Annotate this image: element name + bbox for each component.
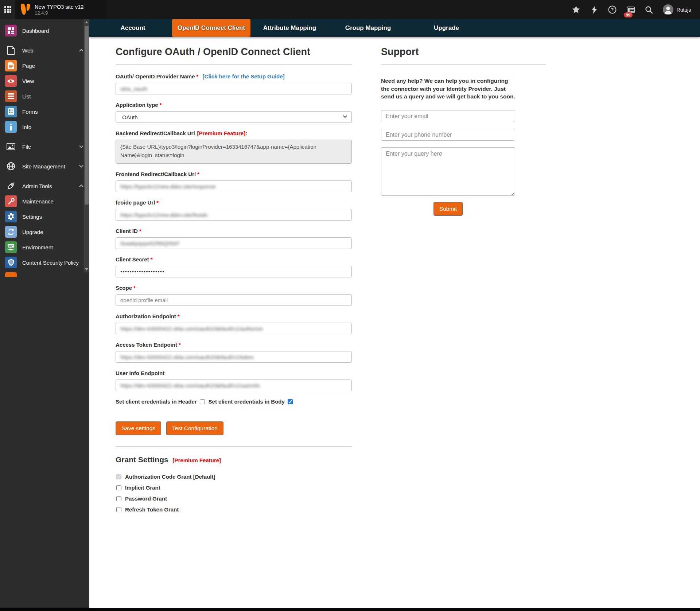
chevron-down-icon (79, 165, 83, 168)
authorization-endpoint-label: Authorization Endpoint* (116, 313, 352, 319)
search-button[interactable] (645, 5, 653, 14)
user-info-endpoint-label: User Info Endpoint (116, 370, 352, 376)
sidebar-scrollbar[interactable] (84, 19, 89, 272)
access-token-endpoint-input[interactable]: https://dev-63000422.okta.com/oauth2/def… (116, 351, 352, 363)
setup-guide-link[interactable]: [Click here for the Setup Guide] (203, 73, 285, 79)
application-type-select[interactable]: OAuth (116, 111, 352, 123)
opendocs-icon (627, 7, 635, 13)
chevron-up-icon (79, 184, 83, 187)
avatar-icon (663, 4, 673, 15)
clear-cache-button[interactable] (590, 5, 599, 14)
feoidc-url-input[interactable]: https://typo3v12new.ddev.site/feoidc (116, 209, 352, 221)
user-info-endpoint-input[interactable]: https://dev-63000422.okta.com/oauth2/def… (116, 380, 352, 391)
sidebar-item-label: Maintenance (22, 198, 54, 205)
sidebar-item-environment[interactable]: Environment (0, 240, 89, 255)
sidebar-group-web[interactable]: Web (0, 43, 89, 58)
bolt-icon (592, 6, 597, 14)
sidebar-item-label: Page (22, 63, 35, 69)
sidebar-item-list[interactable]: List (0, 89, 89, 104)
sidebar-group-site-management[interactable]: Site Management (0, 159, 89, 174)
form-buttons: Save settings Test Configuration (116, 421, 352, 435)
divider (116, 64, 352, 65)
support-phone-input[interactable] (381, 129, 515, 141)
sidebar-group-file[interactable]: File (0, 139, 89, 154)
authorization-endpoint-input[interactable]: https://dev-63000422.okta.com/oauth2/def… (116, 323, 352, 334)
sidebar-item-content-security-policy[interactable]: Content Security Policy (0, 255, 89, 270)
user-menu[interactable]: Rutuja (663, 4, 691, 15)
password-grant-checkbox[interactable] (116, 496, 121, 501)
field-provider-name: OAuth/ OpenID Provider Name* [Click here… (116, 73, 352, 94)
sidebar-item-label: Settings (22, 214, 42, 220)
grant-option-password: Password Grant (116, 495, 352, 502)
help-button[interactable]: ? (608, 5, 617, 14)
frontend-redirect-label: Frontend Redirect/Callback Url* (116, 171, 352, 177)
sidebar-item-settings[interactable]: Settings (0, 209, 89, 224)
svg-text:?: ? (611, 7, 614, 12)
tab-openid-connect-client[interactable]: OpenID Connect Client (172, 19, 250, 37)
sidebar-item-label: Dashboard (22, 28, 49, 34)
sidebar-item-page[interactable]: Page (0, 58, 89, 73)
support-submit-button[interactable]: Submit (433, 202, 463, 216)
chevron-down-icon (343, 115, 347, 118)
cred-header-checkbox[interactable] (200, 399, 205, 404)
chevron-down-icon (79, 145, 83, 148)
content-area: Account OpenID Connect Client Attribute … (89, 19, 700, 611)
support-email-input[interactable] (381, 110, 515, 122)
grant-option-authorization-code: Authorization Code Grant [Default] (116, 474, 352, 480)
globe-icon (5, 160, 17, 172)
field-frontend-redirect: Frontend Redirect/Callback Url* https://… (116, 171, 352, 192)
sidebar-item-view[interactable]: View (0, 73, 89, 89)
frontend-redirect-input[interactable]: https://typo3v12new.ddev.site/response (116, 180, 352, 192)
plugin-navbar: Account OpenID Connect Client Attribute … (89, 19, 700, 37)
authorization-code-grant-checkbox[interactable] (116, 474, 121, 479)
opendocs-button[interactable]: 99 (626, 5, 635, 14)
divider (116, 446, 352, 447)
sidebar-item-label: View (22, 78, 34, 84)
support-title: Support (381, 46, 546, 58)
refresh-icon (5, 226, 17, 238)
forms-icon (5, 106, 17, 117)
sidebar-item-info[interactable]: Info (0, 119, 89, 135)
field-scope: Scope* openid profile email (116, 285, 352, 306)
support-query-textarea[interactable] (381, 147, 515, 196)
tab-group-mapping[interactable]: Group Mapping (329, 19, 407, 37)
sidebar-group-label: Web (22, 47, 34, 54)
refresh-token-grant-checkbox[interactable] (116, 507, 121, 512)
sidebar-item-partial[interactable] (5, 272, 17, 277)
sidebar-item-dashboard[interactable]: Dashboard (0, 23, 89, 38)
provider-name-input[interactable]: okta_oauth (116, 83, 352, 94)
page-title: Configure OAuth / OpenID Connect Client (116, 46, 352, 58)
save-settings-button[interactable]: Save settings (116, 421, 161, 435)
page-icon (5, 60, 17, 71)
typo3-logo (20, 4, 35, 16)
chevron-up-icon (79, 49, 83, 52)
client-secret-input[interactable]: ••••••••••••••••••• (116, 266, 352, 277)
scrollbar-thumb[interactable] (85, 26, 89, 205)
scroll-down-arrow[interactable] (84, 266, 89, 272)
scroll-up-arrow[interactable] (84, 19, 89, 25)
tab-account[interactable]: Account (94, 19, 172, 37)
site-title: New TYPO3 site v12 (35, 4, 83, 10)
client-id-input[interactable]: 0oaakpqzpo52RbQ05d7 (116, 237, 352, 249)
wrench-icon (5, 195, 17, 207)
feoidc-url-label: feoidc page Url* (116, 199, 352, 206)
cred-body-label: Set client credentials in Body (209, 398, 285, 405)
sidebar-group-admin-tools[interactable]: Admin Tools (0, 178, 89, 194)
field-authorization-endpoint: Authorization Endpoint* https://dev-6300… (116, 313, 352, 334)
cred-body-checkbox[interactable] (288, 399, 293, 404)
sidebar-item-forms[interactable]: Forms (0, 104, 89, 119)
grant-option-refresh-token: Refresh Token Grant (116, 506, 352, 513)
tab-upgrade[interactable]: Upgrade (407, 19, 486, 37)
scope-input[interactable]: openid profile email (116, 294, 352, 306)
module-menu-toggle-button[interactable] (0, 0, 15, 19)
bookmarks-button[interactable] (572, 5, 580, 14)
tab-attribute-mapping[interactable]: Attribute Mapping (250, 19, 329, 37)
provider-name-label: OAuth/ OpenID Provider Name* [Click here… (116, 73, 352, 79)
test-configuration-button[interactable]: Test Configuration (166, 421, 223, 435)
implicit-grant-checkbox[interactable] (116, 485, 121, 490)
sidebar-item-maintenance[interactable]: Maintenance (0, 194, 89, 209)
site-logo-block[interactable]: New TYPO3 site v12 12.4.9 (15, 0, 107, 19)
sidebar-item-upgrade[interactable]: Upgrade (0, 224, 89, 240)
application-type-label: Application type* (116, 102, 352, 108)
backend-redirect-value: {Site Base URL}/typo3/login?loginProvide… (116, 140, 352, 164)
